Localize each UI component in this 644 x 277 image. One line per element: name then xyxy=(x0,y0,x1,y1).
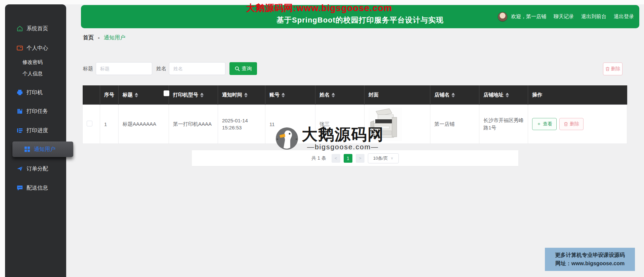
row-select-cell xyxy=(83,105,100,144)
sidebar-item-label: 打印进度 xyxy=(27,127,48,134)
header-user-area: 欢迎，第一店铺 聊天记录 退出到前台 退出登录 xyxy=(498,5,634,28)
pagination-next-button[interactable]: > xyxy=(356,154,364,163)
breadcrumb-current: 通知用户 xyxy=(104,34,125,41)
row-checkbox[interactable] xyxy=(87,121,92,126)
column-header-account: 账号 xyxy=(265,85,315,105)
sidebar-item-print-task[interactable]: 打印任务 xyxy=(5,105,66,118)
row-seq-cell: 1 xyxy=(100,105,119,144)
chevron-down-icon: ∨ xyxy=(391,156,393,160)
chat-history-link[interactable]: 聊天记录 xyxy=(554,13,574,20)
send-icon xyxy=(16,165,23,172)
grid-icon xyxy=(24,146,31,153)
sort-control[interactable] xyxy=(200,93,204,97)
column-header-actions: 操作 xyxy=(528,85,627,105)
pagination-prev-button[interactable]: < xyxy=(332,154,340,163)
app-window: 系统首页 个人中心 修改密码 个人信息 打印机 打印任务 xyxy=(0,0,644,277)
sidebar-item-label: 打印机 xyxy=(27,89,43,96)
filter-bar: 标题 姓名 查询 xyxy=(83,62,257,75)
sort-control[interactable] xyxy=(244,93,248,97)
sidebar-item-label: 打印任务 xyxy=(27,108,48,115)
top-watermark-text: 大鹅源码网:www.bigsgoose.com xyxy=(202,2,437,14)
sidebar-item-label: 系统首页 xyxy=(27,25,48,32)
column-header-address: 店铺地址 xyxy=(479,85,528,105)
home-icon xyxy=(16,25,23,32)
title-filter-label: 标题 xyxy=(83,66,93,72)
title-filter-input[interactable] xyxy=(96,62,152,75)
row-shop-cell: 第一店铺 xyxy=(430,105,479,144)
select-all-checkbox[interactable] xyxy=(164,90,169,96)
exit-to-front-link[interactable]: 退出到前台 xyxy=(581,13,606,20)
column-header-printer-model: 打印机型号 xyxy=(169,85,218,105)
search-icon xyxy=(235,66,240,71)
sidebar-item-personal-center[interactable]: 个人中心 xyxy=(5,41,66,55)
welcome-text: 欢迎，第一店铺 xyxy=(498,12,546,22)
sidebar-item-personal-info[interactable]: 个人信息 xyxy=(5,67,66,80)
row-actions-cell: ＋ 查看 删除 xyxy=(528,105,627,144)
sidebar-item-label: 个人中心 xyxy=(27,45,48,52)
view-button[interactable]: ＋ 查看 xyxy=(532,118,557,130)
footer-promo-line2: 网址：www.bigsgoose.com xyxy=(545,260,635,267)
pagination-page-1[interactable]: 1 xyxy=(344,154,352,163)
plus-icon: ＋ xyxy=(536,121,541,127)
column-header-cover: 封面 xyxy=(364,85,430,105)
logout-link[interactable]: 退出登录 xyxy=(614,13,634,20)
row-account-cell: 11 xyxy=(265,105,315,144)
sort-control[interactable] xyxy=(282,93,285,97)
sidebar-item-label: 配送信息 xyxy=(27,185,48,192)
print-task-icon xyxy=(16,108,23,115)
row-address-cell: 长沙市开福区秀峰路1号 xyxy=(479,105,528,144)
sidebar-item-system-home[interactable]: 系统首页 xyxy=(5,22,66,35)
breadcrumb-home[interactable]: 首页 xyxy=(83,34,94,41)
sidebar-item-label: 通知用户 xyxy=(34,146,55,153)
breadcrumb-separator-dot: ● xyxy=(98,36,100,40)
name-filter-input[interactable] xyxy=(169,62,225,75)
sidebar: 系统首页 个人中心 修改密码 个人信息 打印机 打印任务 xyxy=(5,4,66,277)
sort-control[interactable] xyxy=(332,93,335,97)
sidebar-item-printer[interactable]: 打印机 xyxy=(5,86,66,99)
pagination-total: 共 1 条 xyxy=(311,155,326,161)
page-size-select[interactable]: 10条/页 ∨ xyxy=(368,153,399,163)
printer-icon xyxy=(16,89,23,96)
sidebar-item-order-assign[interactable]: 订单分配 xyxy=(5,162,66,175)
column-header-title: 标题 xyxy=(119,85,169,105)
sidebar-item-print-progress[interactable]: 打印进度 xyxy=(5,124,66,137)
sort-control[interactable] xyxy=(452,93,455,97)
select-all-header-cell xyxy=(83,85,100,105)
column-header-notify-time: 通知时间 xyxy=(218,85,265,105)
sidebar-item-delivery-info[interactable]: 配送信息 xyxy=(5,181,66,195)
table-row: 1 标题AAAAAAA 第一打印机AAAA 2025-01-14 15:26:5… xyxy=(83,105,627,144)
row-title-cell: 标题AAAAAAA xyxy=(119,105,169,144)
name-filter-label: 姓名 xyxy=(156,66,166,72)
footer-promo-line1: 更多计算机专业毕设课设源码 xyxy=(545,252,635,259)
column-header-shop: 店铺名 xyxy=(430,85,479,105)
pagination-bar: 共 1 条 < 1 > 10条/页 ∨ xyxy=(192,150,518,166)
row-cover-cell xyxy=(364,105,430,144)
sort-control[interactable] xyxy=(135,93,138,97)
row-name-cell: 张三 xyxy=(315,105,364,144)
sidebar-item-label: 订单分配 xyxy=(27,165,48,172)
bulk-delete-button[interactable]: 删除 xyxy=(603,63,622,75)
row-printer-model-cell: 第一打印机AAAA xyxy=(169,105,218,144)
notify-users-table: 序号 标题 打印机型号 通知时间 账号 姓名 封面 店铺名 店铺地址 操作 1 … xyxy=(82,85,627,144)
row-notify-time-cell: 2025-01-14 15:26:53 xyxy=(218,105,265,144)
table-header-row: 序号 标题 打印机型号 通知时间 账号 姓名 封面 店铺名 店铺地址 操作 xyxy=(83,85,627,105)
sort-control[interactable] xyxy=(506,93,509,97)
avatar[interactable] xyxy=(498,12,508,22)
breadcrumb: 首页 ● 通知用户 xyxy=(83,34,125,41)
trash-icon xyxy=(564,122,568,126)
sidebar-item-notify-users[interactable]: 通知用户 xyxy=(12,142,73,157)
cover-printer-photo[interactable] xyxy=(369,107,402,141)
progress-icon xyxy=(16,127,23,134)
sidebar-item-label: 修改密码 xyxy=(23,59,43,66)
search-button[interactable]: 查询 xyxy=(229,62,257,75)
sidebar-item-label: 个人信息 xyxy=(23,71,43,77)
column-header-name: 姓名 xyxy=(315,85,364,105)
row-delete-button[interactable]: 删除 xyxy=(559,118,584,130)
message-icon xyxy=(16,185,23,191)
column-header-seq: 序号 xyxy=(100,85,119,105)
id-card-icon xyxy=(16,45,23,51)
trash-icon xyxy=(605,67,610,71)
footer-promo-badge: 更多计算机专业毕设课设源码 网址：www.bigsgoose.com xyxy=(545,248,635,271)
